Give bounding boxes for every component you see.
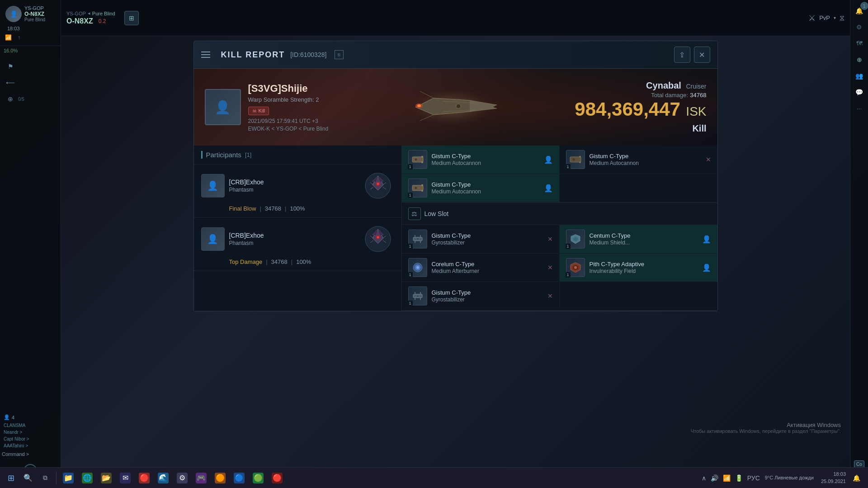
settings-icon[interactable]: ⚙ xyxy=(853,21,866,33)
security-rating: 0.2 xyxy=(99,18,106,24)
player-2[interactable]: Neandr > xyxy=(4,429,57,436)
kill-badge-text: Kill xyxy=(259,108,265,113)
taskbar-app-explorer[interactable]: 📁 xyxy=(59,469,77,487)
taskbar-app-mail[interactable]: ✉ xyxy=(116,469,134,487)
svg-point-8 xyxy=(377,183,379,185)
close-icon-4[interactable]: ✕ xyxy=(547,292,553,300)
notifications-tray-icon[interactable]: 🔔 xyxy=(851,474,862,482)
item-name-sub-6: Medium Afterburner xyxy=(432,268,479,274)
taskbar-app-2[interactable]: 🌊 xyxy=(154,469,172,487)
high-slot-section: 1 Gistum C-Type Medium Autocannon 👤 xyxy=(402,145,717,203)
nav-warp[interactable]: ⚑ xyxy=(4,59,57,74)
item-icon-6: 1 xyxy=(408,258,427,277)
filter-icon[interactable]: ⧖ xyxy=(840,14,844,22)
ship-icon-2 xyxy=(363,223,394,255)
export-button[interactable]: ⇪ xyxy=(674,47,690,63)
item-high-4-empty xyxy=(560,174,717,202)
tray-network-icon[interactable]: 📶 xyxy=(722,474,732,482)
low-slot-grid: 1 Gistum C-Type Gyrostabilizer ✕ xyxy=(402,225,717,310)
damage-2: 34768 xyxy=(271,258,288,265)
taskbar-app-8[interactable]: 🔴 xyxy=(268,469,286,487)
damage-value: 34768 xyxy=(690,92,706,99)
skull-icon: ☠ xyxy=(252,108,257,114)
taskbar-app-files[interactable]: 📂 xyxy=(97,469,115,487)
notifications-icon[interactable]: 🔔 1 xyxy=(853,5,866,17)
close-button[interactable]: ✕ xyxy=(694,47,710,63)
sidebar-profile[interactable]: 👤 YS-GOP O-N8XZ Pure Blind xyxy=(4,4,57,24)
taskbar-app-browser[interactable]: 🌐 xyxy=(78,469,96,487)
system-row: O-N8XZ 0.2 xyxy=(66,17,115,25)
item-icon-1: 1 xyxy=(408,150,427,169)
ship-class-row: Cynabal Cruiser xyxy=(575,80,706,91)
final-blow-label: Final Blow xyxy=(229,205,256,212)
item-name-sub-4: Gyrostabilizer xyxy=(432,239,471,246)
people-icon[interactable]: 👥 xyxy=(853,70,866,82)
qty-3: 1 xyxy=(408,192,413,198)
tray-battery-icon[interactable]: 🔋 xyxy=(734,474,744,482)
item-low-1: 1 Gistum C-Type Gyrostabilizer ✕ xyxy=(402,225,560,253)
item-icon-5: 1 xyxy=(566,230,585,249)
participant-card-2: 👤 [CRB]Exhoe Phantasm xyxy=(194,218,401,271)
hamburger-button[interactable] xyxy=(201,47,216,62)
nav-add[interactable]: ⊕ 0/5 xyxy=(4,91,57,107)
pvp-label[interactable]: PvP xyxy=(819,14,830,21)
tray-time[interactable]: 18:03 25.09.2021 xyxy=(817,471,849,485)
copy-id-button[interactable]: ⎘ xyxy=(335,50,344,59)
player-4[interactable]: AAATahini > xyxy=(4,442,57,449)
taskbar-app-3[interactable]: ⚙ xyxy=(173,469,191,487)
participant-name-2: [CRB]Exhoe xyxy=(229,232,358,239)
taskbar-app-5[interactable]: 🟠 xyxy=(211,469,229,487)
windows-notice: Активация Windows Чтобы активировать Win… xyxy=(691,422,841,434)
header-actions: ⇪ ✕ xyxy=(674,47,710,63)
app5-icon: 🟠 xyxy=(215,473,226,483)
item-high-1: 1 Gistum C-Type Medium Autocannon 👤 xyxy=(402,145,560,174)
players-count: 👤 4 xyxy=(4,414,57,420)
app7-icon: 🟢 xyxy=(253,473,264,483)
close-icon-3[interactable]: ✕ xyxy=(547,264,553,271)
players-number: 4 xyxy=(12,415,14,420)
target-icon[interactable]: ⊕ xyxy=(853,53,866,66)
chat-icon[interactable]: 💬 xyxy=(853,86,866,99)
clock-date: 25.09.2021 xyxy=(821,478,846,485)
taskbar-app-6[interactable]: 🔵 xyxy=(230,469,248,487)
tray-up-icon[interactable]: ∧ xyxy=(700,474,708,482)
stat-divider-2: | xyxy=(285,205,286,212)
svg-point-36 xyxy=(416,266,419,269)
player-1[interactable]: CLANSMA xyxy=(4,422,57,429)
start-button[interactable]: ⊞ xyxy=(3,470,19,486)
kill-timestamp: 2021/09/25 17:59:41 UTC +3 xyxy=(248,118,329,124)
svg-rect-30 xyxy=(421,190,423,192)
task-view-button[interactable]: ⧉ xyxy=(37,470,53,486)
taskbar-app-4[interactable]: 🎮 xyxy=(192,469,210,487)
nav-left: YS-GOP ◂ Pure Blind O-N8XZ 0.2 xyxy=(66,10,115,25)
item-name-sub-7: Invulnerability Field xyxy=(590,268,644,274)
pvp-dropdown-icon[interactable]: ▾ xyxy=(834,15,836,20)
isk-value: 984,369,447 xyxy=(575,99,680,120)
map-button[interactable]: ⊞ xyxy=(124,11,139,25)
browser-icon: 🌐 xyxy=(82,473,93,483)
search-button[interactable]: 🔍 xyxy=(20,470,36,486)
items-panel: 1 Gistum C-Type Medium Autocannon 👤 xyxy=(402,145,717,311)
participant-avatar-2: 👤 xyxy=(201,227,225,251)
svg-rect-29 xyxy=(421,184,423,186)
person-icon-2: 👤 xyxy=(544,184,553,192)
breadcrumb-separator: ◂ xyxy=(88,10,90,16)
language-selector[interactable]: РУС xyxy=(746,474,761,482)
app3-icon: ⚙ xyxy=(177,473,188,483)
extra-icon[interactable]: ··· xyxy=(853,102,866,115)
item-low-3: 1 Corelum C-Type Medium Afterburner ✕ xyxy=(402,253,560,282)
tray-volume-icon[interactable]: 🔊 xyxy=(709,474,720,482)
isk-row: 984,369,447 ISK xyxy=(575,99,706,120)
close-icon-1[interactable]: ✕ xyxy=(706,156,711,163)
map-toggle-icon[interactable]: 🗺 xyxy=(853,37,866,50)
svg-point-39 xyxy=(416,295,419,297)
taskbar-app-7[interactable]: 🟢 xyxy=(249,469,267,487)
nav-back[interactable]: ⟵ xyxy=(4,75,57,90)
taskbar-app-1[interactable]: 🔴 xyxy=(135,469,153,487)
close-icon-2[interactable]: ✕ xyxy=(547,235,553,243)
pvp-sword-icon: ⚔ xyxy=(808,13,816,23)
player-3[interactable]: Capt Nibor > xyxy=(4,436,57,442)
item-text-3: Gistum C-Type Medium Autocannon xyxy=(432,181,481,195)
player-icon: 👤 xyxy=(4,414,10,420)
item-icon-3: 1 xyxy=(408,178,427,197)
